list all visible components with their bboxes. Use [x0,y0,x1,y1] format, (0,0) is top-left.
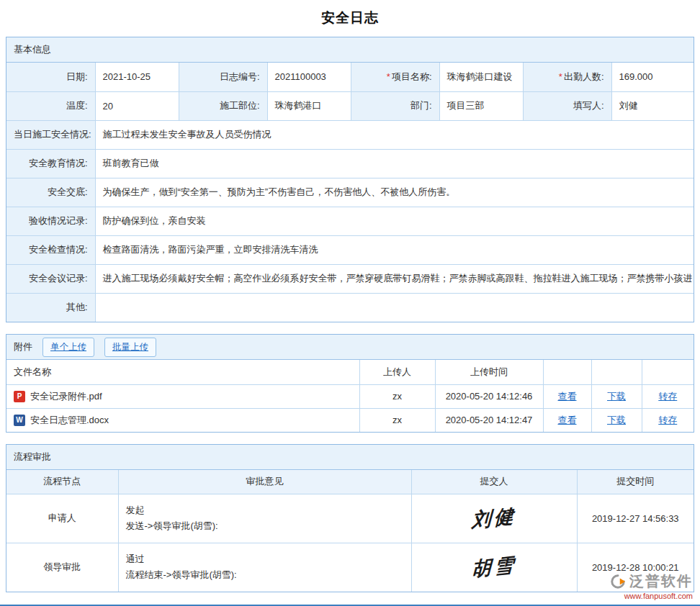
approval-header-label: 流程审批 [14,451,51,463]
log-number-value: 2021100003 [267,63,351,91]
column-uploader: 上传人 [359,360,435,384]
approval-header: 流程审批 [6,445,694,470]
temperature-value: 20 [95,91,179,120]
table-row: 温度: 20 施工部位: 珠海鹤港口 部门: 项目三部 填写人: 刘健 [6,91,694,120]
uploader: zx [359,408,435,432]
acceptance-record-label: 验收情况记录: [6,207,95,235]
field-label: 日志编号: [220,71,260,82]
file-name: 安全记录附件.pdf [30,390,102,403]
opinion-line: 发起 [126,502,404,518]
page-title: 安全日志 [0,0,700,37]
required-marker: * [559,71,562,82]
submitter-signature: 胡雪 [472,552,517,583]
other-label: 其他: [6,293,95,322]
safety-meeting-value: 进入施工现场必须戴好安全帽；高空作业必须系好安全带，严禁穿硬底带钉易滑鞋；严禁赤… [95,264,694,293]
approval-table: 流程节点 审批意见 提交人 提交时间 申请人 发起 发送->领导审批(胡雪): … [6,470,694,592]
safety-education-value: 班前教育已做 [95,149,694,178]
attachments-table: 文件名称 上传人 上传时间 P 安全记录附件.pdf zx 2020-05-20… [6,360,694,432]
basic-info-header: 基本信息 [6,37,694,63]
brand-name: 泛普软件 [629,571,693,591]
flow-node: 领导审批 [6,543,118,592]
word-file-icon: W [14,415,25,426]
attachments-table-header: 文件名称 上传人 上传时间 [6,360,694,384]
column-upload-time: 上传时间 [435,360,543,384]
download-link[interactable]: 下载 [607,391,626,402]
download-link[interactable]: 下载 [607,415,626,425]
column-action-2 [591,360,642,384]
field-label: 施工部位: [220,100,260,111]
approval-table-header: 流程节点 审批意见 提交人 提交时间 [6,470,694,494]
safety-disclosure-label: 安全交底: [6,178,95,207]
file-name-cell: P 安全记录附件.pdf [14,390,352,403]
safety-inspection-label: 安全检查情况: [6,235,95,264]
column-submit-time: 提交时间 [577,470,694,494]
safety-inspection-value: 检查路面清洗，路面污染严重，立即安排清洗车清洗 [95,235,694,264]
daily-safety-label: 当日施工安全情况: [6,120,95,149]
single-upload-button[interactable]: 单个上传 [42,338,94,357]
date-value: 2021-10-25 [95,63,179,91]
department-value: 项目三部 [439,91,523,120]
file-name: 安全日志管理.docx [30,414,109,427]
column-action-1 [543,360,591,384]
basic-info-header-label: 基本信息 [14,43,51,56]
field-label: 项目名称: [392,71,432,82]
attachments-section: 附件 单个上传 批量上传 文件名称 上传人 上传时间 P 安全记录附件.pdf [6,334,694,433]
table-row: 安全检查情况: 检查路面清洗，路面污染严重，立即安排清洗车清洗 [6,235,694,264]
field-label: 温度: [66,100,88,111]
column-file-name: 文件名称 [6,360,359,384]
table-row: 申请人 发起 发送->领导审批(胡雪): 刘健 2019-12-27 14:56… [6,494,694,543]
table-row: P 安全记录附件.pdf zx 2020-05-20 14:12:46 查看 下… [6,384,694,408]
uploader: zx [359,384,435,408]
opinion-cell: 通过 流程结束->领导审批(胡雪): [118,543,411,592]
save-as-link[interactable]: 转存 [658,391,677,402]
table-row: 当日施工安全情况: 施工过程未发生安全事故及人员受伤情况 [6,120,694,149]
construction-part-label: 施工部位: [179,91,267,120]
flow-node: 申请人 [6,494,118,543]
view-link[interactable]: 查看 [558,415,577,425]
safety-meeting-label: 安全会议记录: [6,264,95,293]
attendance-label: *出勤人数: [523,63,611,91]
opinion-line: 通过 [126,551,404,567]
table-row: 日期: 2021-10-25 日志编号: 2021100003 *项目名称: 珠… [6,63,694,91]
basic-info-section: 基本信息 日期: 2021-10-25 日志编号: 2021100003 *项目… [6,37,694,322]
batch-upload-button[interactable]: 批量上传 [104,338,156,357]
daily-safety-value: 施工过程未发生安全事故及人员受伤情况 [95,120,694,149]
pdf-file-icon: P [14,391,25,402]
log-number-label: 日志编号: [179,63,267,91]
project-name-label: *项目名称: [351,63,439,91]
view-link[interactable]: 查看 [558,391,577,402]
department-label: 部门: [351,91,439,120]
safety-education-label: 安全教育情况: [6,149,95,178]
attachments-header-label: 附件 [14,340,32,353]
acceptance-record-value: 防护确保到位，亲自安装 [95,207,694,235]
submit-time: 2019-12-27 14:56:33 [577,494,694,543]
column-action-3 [642,360,694,384]
field-label: 填写人: [573,100,604,111]
brand-url: www.fanpusoft.com [610,592,693,600]
submitter-signature: 刘健 [472,503,517,534]
table-row: 安全会议记录: 进入施工现场必须戴好安全帽；高空作业必须系好安全带，严禁穿硬底带… [6,264,694,293]
writer-label: 填写人: [523,91,611,120]
table-row: 安全教育情况: 班前教育已做 [6,149,694,178]
construction-part-value: 珠海鹤港口 [267,91,351,120]
field-label: 部门: [410,100,432,111]
upload-time: 2020-05-20 14:12:46 [435,384,543,408]
attachments-header: 附件 单个上传 批量上传 [6,335,694,360]
required-marker: * [387,71,390,82]
table-row: W 安全日志管理.docx zx 2020-05-20 14:12:47 查看 … [6,408,694,432]
opinion-line: 发送->领导审批(胡雪): [126,518,404,534]
fanpu-logo-icon [610,574,626,589]
field-label: 日期: [66,71,88,82]
basic-info-table: 日期: 2021-10-25 日志编号: 2021100003 *项目名称: 珠… [6,63,694,322]
project-name-value: 珠海鹤港口建设 [439,63,523,91]
table-row: 领导审批 通过 流程结束->领导审批(胡雪): 胡雪 2019-12-28 10… [6,543,694,592]
column-flow-node: 流程节点 [6,470,118,494]
field-label: 出勤人数: [564,71,604,82]
date-label: 日期: [6,63,95,91]
column-opinion: 审批意见 [118,470,411,494]
table-row: 安全交底: 为确保生产，做到“安全第一、预防为主”不伤害自己，不伤害他人、不被他… [6,178,694,207]
save-as-link[interactable]: 转存 [658,415,677,425]
upload-time: 2020-05-20 14:12:47 [435,408,543,432]
writer-value: 刘健 [611,91,694,120]
opinion-cell: 发起 发送->领导审批(胡雪): [118,494,411,543]
